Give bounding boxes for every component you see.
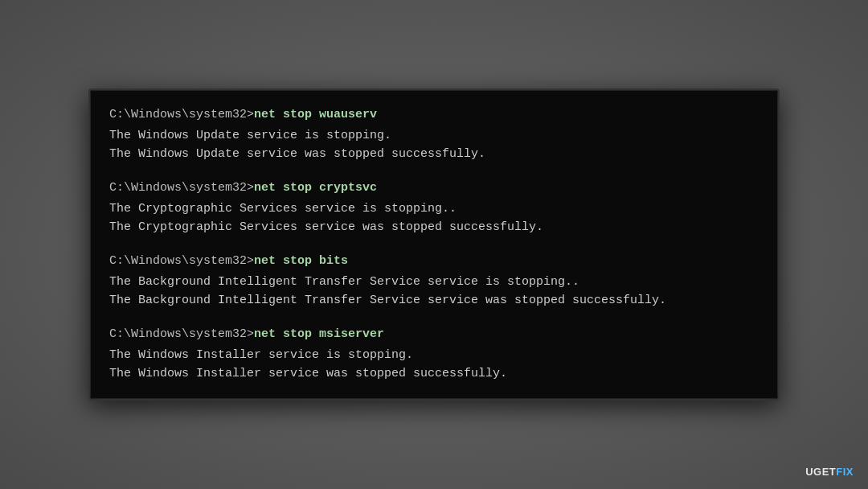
command-text-2: net stop cryptsvc xyxy=(254,181,377,195)
cmd-line-4: C:\Windows\system32>net stop msiserver xyxy=(109,326,759,344)
watermark-u: U xyxy=(805,466,813,478)
output-line-1-1: The Windows Update service is stopping. xyxy=(109,126,759,145)
prompt-2: C:\Windows\system32> xyxy=(109,181,254,195)
output-line-2-2: The Cryptographic Services service was s… xyxy=(109,218,759,236)
command-block-1: C:\Windows\system32>net stop wuauserv Th… xyxy=(109,106,759,163)
cmd-line-2: C:\Windows\system32>net stop cryptsvc xyxy=(109,179,759,198)
output-line-3-1: The Background Intelligent Transfer Serv… xyxy=(109,273,759,291)
command-block-3: C:\Windows\system32>net stop bits The Ba… xyxy=(109,253,759,310)
prompt-3: C:\Windows\system32> xyxy=(109,254,254,268)
command-block-4: C:\Windows\system32>net stop msiserver T… xyxy=(109,326,759,383)
output-line-4-1: The Windows Installer service is stoppin… xyxy=(109,346,759,364)
watermark: UGETFIX xyxy=(805,466,854,478)
command-text-4: net stop msiserver xyxy=(254,327,384,341)
watermark-fix: FIX xyxy=(836,466,854,478)
output-line-2-1: The Cryptographic Services service is st… xyxy=(109,199,759,218)
output-line-3-2: The Background Intelligent Transfer Serv… xyxy=(109,291,759,310)
cmd-line-1: C:\Windows\system32>net stop wuauserv xyxy=(109,106,759,125)
watermark-get: GET xyxy=(813,466,836,478)
output-line-4-2: The Windows Installer service was stoppe… xyxy=(109,364,759,383)
command-block-2: C:\Windows\system32>net stop cryptsvc Th… xyxy=(109,179,759,236)
command-text-1: net stop wuauserv xyxy=(254,108,377,121)
command-text-3: net stop bits xyxy=(254,254,348,268)
output-line-1-2: The Windows Update service was stopped s… xyxy=(109,145,759,163)
prompt-4: C:\Windows\system32> xyxy=(109,327,254,341)
cmd-line-3: C:\Windows\system32>net stop bits xyxy=(109,253,759,271)
prompt-1: C:\Windows\system32> xyxy=(109,108,254,121)
terminal-window: C:\Windows\system32>net stop wuauserv Th… xyxy=(88,88,780,401)
